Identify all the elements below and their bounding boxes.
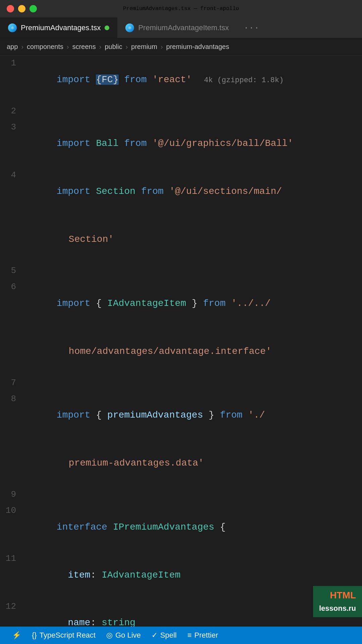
code-line-1: 1 import {FC} from 'react' 4k (gzipped: … — [0, 56, 362, 104]
code-line-8-cont: premium-advantages.data' — [0, 439, 362, 487]
code-line-8: 8 import { premiumAdvantages } from './ — [0, 391, 362, 439]
title-bar: PremiumAdvantages.tsx — front-apollo — [0, 0, 362, 17]
status-prettier-label: Prettier — [194, 631, 218, 640]
prettier-icon: ≡ — [187, 631, 192, 640]
tab-bar: ⚛ PremiumAdvantages.tsx ⚛ PremiumAdvanta… — [0, 17, 362, 38]
breadcrumb-public[interactable]: public — [105, 43, 122, 51]
code-line-3: 3 import Ball from '@/ui/graphics/ball/B… — [0, 120, 362, 168]
code-line-4-cont: Section' — [0, 215, 362, 263]
react-icon: ⚛ — [8, 23, 17, 32]
spell-icon: ✓ — [152, 631, 158, 640]
minimize-button[interactable] — [18, 5, 25, 12]
watermark-lessons: lessons.ru — [319, 604, 356, 612]
code-line-6-cont: home/advantages/advantage.interface' — [0, 327, 362, 375]
watermark-html: HTML — [330, 590, 356, 600]
status-golive-label: Go Live — [115, 631, 141, 640]
status-golive[interactable]: ◎ Go Live — [101, 627, 146, 644]
code-line-7: 7 — [0, 375, 362, 391]
traffic-lights — [7, 5, 37, 12]
code-editor[interactable]: 1 import {FC} from 'react' 4k (gzipped: … — [0, 56, 362, 644]
breadcrumb-premium-advantages[interactable]: premium-advantages — [166, 43, 229, 51]
unsaved-indicator — [105, 25, 109, 30]
watermark: HTML lessons.ru — [313, 586, 362, 617]
sep5: › — [161, 43, 163, 51]
status-typescript-label: TypeScript React — [40, 631, 96, 640]
breadcrumb-components[interactable]: components — [27, 43, 63, 51]
breadcrumb: app › components › screens › public › pr… — [0, 38, 362, 56]
status-typescript[interactable]: {} TypeScript React — [26, 627, 101, 644]
tab-label-1: PremiumAdvantages.tsx — [21, 23, 101, 32]
golive-icon: ◎ — [106, 631, 113, 640]
maximize-button[interactable] — [29, 5, 37, 12]
status-prettier[interactable]: ≡ Prettier — [182, 627, 224, 644]
code-line-5: 5 — [0, 263, 362, 279]
more-tabs-button[interactable]: ··· — [237, 17, 266, 38]
code-line-4: 4 import Section from '@/ui/sections/mai… — [0, 168, 362, 216]
sep3: › — [99, 43, 102, 51]
breadcrumb-screens[interactable]: screens — [72, 43, 96, 51]
sep4: › — [126, 43, 128, 51]
status-lightning[interactable]: ⚡ — [7, 627, 26, 644]
typescript-icon: {} — [32, 631, 37, 640]
window-title: PremiumAdvantages.tsx — front-apollo — [123, 6, 239, 12]
code-line-10: 10 interface IPremiumAdvantages { — [0, 503, 362, 551]
tab-premium-advantages[interactable]: ⚛ PremiumAdvantages.tsx — [0, 17, 117, 38]
tab-label-2: PremiumAdvantageItem.tsx — [138, 23, 229, 32]
sep1: › — [21, 43, 23, 51]
code-line-6: 6 import { IAdvantageItem } from '../../ — [0, 279, 362, 327]
close-button[interactable] — [7, 5, 14, 12]
breadcrumb-app[interactable]: app — [7, 43, 18, 51]
status-spell-label: Spell — [160, 631, 177, 640]
status-bar: ⚡ {} TypeScript React ◎ Go Live ✓ Spell … — [0, 627, 362, 644]
sep2: › — [67, 43, 69, 51]
react-icon-2: ⚛ — [125, 23, 134, 32]
tab-premium-advantage-item[interactable]: ⚛ PremiumAdvantageItem.tsx — [117, 17, 237, 38]
breadcrumb-premium[interactable]: premium — [131, 43, 157, 51]
code-line-11: 11 item: IAdvantageItem — [0, 551, 362, 599]
lightning-icon: ⚡ — [12, 631, 21, 640]
status-spell[interactable]: ✓ Spell — [146, 627, 182, 644]
code-line-2: 2 — [0, 104, 362, 120]
code-line-9: 9 — [0, 487, 362, 503]
